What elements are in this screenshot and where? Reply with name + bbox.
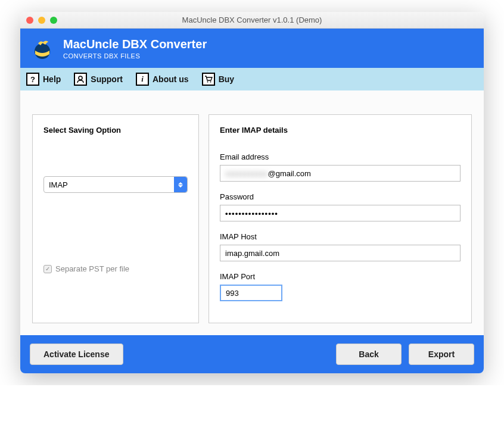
checkbox-icon: ✓	[43, 265, 52, 273]
menu-help[interactable]: ? Help	[26, 73, 61, 86]
activate-license-button[interactable]: Activate License	[30, 344, 123, 365]
header-text: MacUncle DBX Converter CONVERTS DBX FILE…	[63, 38, 207, 60]
svg-point-2	[207, 82, 208, 83]
menu-about-label: About us	[153, 74, 189, 84]
header-subtitle: CONVERTS DBX FILES	[63, 52, 207, 60]
app-window: MacUncle DBX Converter v1.0.1 (Demo) Mac…	[20, 12, 484, 373]
close-icon[interactable]	[26, 17, 33, 24]
back-button[interactable]: Back	[336, 344, 402, 365]
email-value-suffix: @gmail.com	[268, 169, 311, 178]
password-label: Password	[220, 192, 461, 201]
separate-pst-label: Separate PST per file	[55, 264, 129, 273]
help-icon: ?	[26, 73, 39, 86]
titlebar: MacUncle DBX Converter v1.0.1 (Demo)	[20, 12, 484, 29]
email-label: Email address	[220, 152, 461, 161]
chevron-updown-icon	[174, 177, 187, 192]
host-field[interactable]	[220, 245, 461, 261]
logo-icon	[30, 36, 55, 61]
email-field[interactable]: xxxxxxxxxxx @gmail.com	[220, 165, 461, 182]
port-field[interactable]	[220, 285, 282, 301]
svg-point-3	[210, 82, 211, 83]
separate-pst-checkbox: ✓ Separate PST per file	[43, 264, 188, 273]
imap-details-panel: Enter IMAP details Email address xxxxxxx…	[209, 114, 472, 323]
info-icon: i	[136, 73, 149, 86]
saving-option-title: Select Saving Option	[43, 126, 188, 135]
host-label: IMAP Host	[220, 232, 461, 241]
format-select[interactable]: IMAP	[43, 176, 188, 193]
saving-option-panel: Select Saving Option IMAP ✓ Separate PST…	[32, 114, 199, 323]
header-title: MacUncle DBX Converter	[63, 38, 207, 51]
menu-about[interactable]: i About us	[136, 73, 189, 86]
port-label: IMAP Port	[220, 272, 461, 281]
email-value-prefix: xxxxxxxxxxx	[225, 169, 268, 178]
menu-buy-label: Buy	[219, 74, 234, 84]
svg-point-1	[79, 76, 82, 80]
password-field[interactable]	[220, 205, 461, 221]
support-icon	[74, 73, 87, 86]
svg-point-0	[35, 43, 50, 59]
format-select-value: IMAP	[49, 180, 68, 189]
menu-support[interactable]: Support	[74, 73, 123, 86]
cart-icon	[202, 73, 215, 86]
footer-bar: Activate License Back Export	[20, 335, 484, 373]
zoom-icon[interactable]	[50, 17, 57, 24]
app-header: MacUncle DBX Converter CONVERTS DBX FILE…	[20, 29, 484, 68]
window-title: MacUncle DBX Converter v1.0.1 (Demo)	[20, 15, 484, 24]
imap-details-title: Enter IMAP details	[220, 126, 461, 135]
export-button[interactable]: Export	[409, 344, 474, 365]
minimize-icon[interactable]	[38, 17, 45, 24]
menu-help-label: Help	[43, 74, 61, 84]
traffic-lights	[20, 17, 57, 24]
menubar: ? Help Support i About us Buy	[20, 68, 484, 90]
content-area: Select Saving Option IMAP ✓ Separate PST…	[20, 90, 484, 335]
menu-support-label: Support	[91, 74, 123, 84]
menu-buy[interactable]: Buy	[202, 73, 234, 86]
